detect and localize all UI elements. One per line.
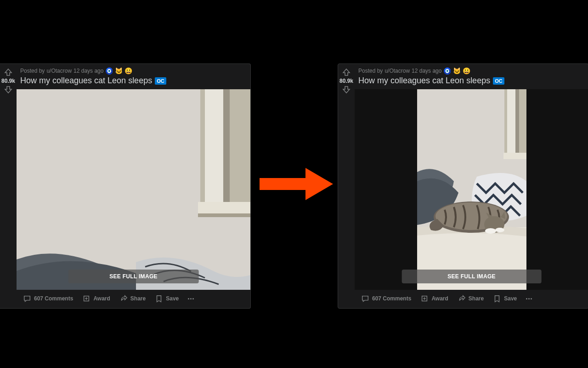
more-button[interactable]: [522, 295, 536, 302]
see-full-image-button[interactable]: SEE FULL IMAGE: [68, 270, 199, 283]
post-age: 12 days ago: [74, 68, 103, 74]
comment-icon: [361, 294, 369, 303]
post-title[interactable]: How my colleagues cat Leon sleeps OC: [17, 74, 250, 89]
svg-rect-15: [503, 153, 526, 159]
share-icon: [119, 294, 128, 303]
oc-badge: OC: [155, 77, 166, 85]
transition-arrow-icon: [260, 168, 333, 200]
svg-rect-13: [507, 89, 515, 154]
award-icon: [420, 294, 429, 303]
svg-marker-10: [305, 168, 333, 200]
reddit-post-card-after: 80.9k Posted by u/Otacrow 12 days ago 🧿 …: [338, 63, 588, 309]
svg-rect-9: [260, 178, 305, 190]
award-button[interactable]: Award: [79, 292, 113, 305]
share-label: Share: [469, 295, 484, 302]
awards-row[interactable]: 🧿 🐱 😀: [443, 68, 470, 74]
post-media-full[interactable]: SEE FULL IMAGE: [355, 89, 588, 290]
comments-button[interactable]: 607 Comments: [19, 292, 77, 305]
comment-icon: [23, 294, 31, 303]
post-meta: Posted by u/Otacrow 12 days ago 🧿 🐱 😀: [355, 64, 588, 74]
posted-by-label: Posted by: [358, 68, 383, 74]
award-label: Award: [93, 295, 110, 302]
post-title-text: How my colleagues cat Leon sleeps: [358, 76, 490, 86]
svg-rect-3: [223, 89, 230, 204]
save-button[interactable]: Save: [151, 292, 182, 305]
posted-by-label: Posted by: [20, 68, 45, 74]
svg-rect-2: [205, 89, 223, 204]
post-title[interactable]: How my colleagues cat Leon sleeps OC: [355, 74, 588, 89]
post-title-text: How my colleagues cat Leon sleeps: [20, 76, 152, 86]
award-button[interactable]: Award: [417, 292, 452, 305]
share-button[interactable]: Share: [454, 292, 487, 305]
bookmark-icon: [493, 294, 501, 303]
save-label: Save: [504, 295, 517, 302]
award-icon: [82, 294, 90, 303]
comments-label: 607 Comments: [34, 295, 73, 302]
post-age: 12 days ago: [412, 68, 441, 74]
share-icon: [458, 294, 466, 303]
save-button[interactable]: Save: [489, 292, 520, 305]
more-button[interactable]: [184, 295, 198, 302]
author-link[interactable]: u/Otacrow: [384, 68, 410, 74]
downvote-icon[interactable]: [4, 85, 13, 94]
upvote-icon[interactable]: [4, 68, 13, 77]
oc-badge: OC: [493, 77, 504, 85]
comments-button[interactable]: 607 Comments: [357, 292, 415, 305]
post-action-bar: 607 Comments Award Share Save: [17, 290, 250, 308]
vote-column: 80.9k: [338, 64, 355, 308]
award-label: Award: [431, 295, 448, 302]
svg-rect-14: [515, 89, 519, 154]
save-label: Save: [166, 295, 179, 302]
comments-label: 607 Comments: [372, 295, 411, 302]
vote-score: 80.9k: [339, 78, 353, 84]
awards-row[interactable]: 🧿 🐱 😀: [105, 68, 132, 74]
upvote-icon[interactable]: [342, 68, 351, 77]
svg-point-20: [485, 228, 496, 234]
author-link[interactable]: u/Otacrow: [46, 68, 72, 74]
svg-point-21: [495, 228, 504, 232]
post-meta: Posted by u/Otacrow 12 days ago 🧿 🐱 😀: [17, 64, 250, 74]
share-button[interactable]: Share: [116, 292, 149, 305]
post-media-cropped[interactable]: SEE FULL IMAGE: [17, 89, 250, 290]
downvote-icon[interactable]: [342, 85, 351, 94]
vote-score: 80.9k: [1, 78, 15, 84]
reddit-post-card-before: 80.9k Posted by u/Otacrow 12 days ago 🧿 …: [0, 63, 251, 309]
share-label: Share: [130, 295, 146, 302]
vote-column: 80.9k: [0, 64, 17, 308]
post-action-bar: 607 Comments Award Share Save: [355, 290, 588, 308]
see-full-image-button[interactable]: SEE FULL IMAGE: [401, 270, 542, 283]
svg-rect-5: [198, 213, 250, 217]
bookmark-icon: [155, 294, 163, 303]
